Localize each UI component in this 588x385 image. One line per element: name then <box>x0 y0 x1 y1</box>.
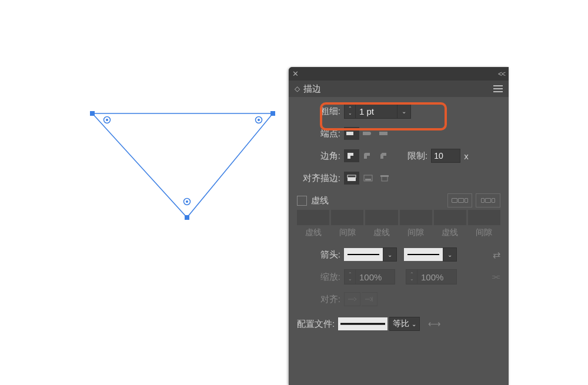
align-center-button[interactable] <box>344 172 359 185</box>
align-inside-button[interactable] <box>360 172 376 185</box>
scale-start-input[interactable]: 100% <box>356 269 395 284</box>
svg-rect-15 <box>380 175 389 177</box>
anchor-indicator <box>184 199 191 205</box>
svg-point-3 <box>258 119 260 121</box>
cap-row: 端点: <box>297 125 500 142</box>
arrow-align-tip-button[interactable] <box>362 292 377 306</box>
svg-rect-9 <box>379 132 387 135</box>
svg-rect-8 <box>363 132 369 135</box>
panel-title: 描边 <box>303 83 321 95</box>
dashed-label: 虚线 <box>311 195 329 206</box>
cap-project-button[interactable] <box>377 127 392 140</box>
scale-label: 缩放: <box>297 272 340 283</box>
corner-miter-button[interactable] <box>344 149 359 162</box>
arrow-end-preview[interactable] <box>404 248 443 261</box>
triangle-path[interactable] <box>92 113 273 217</box>
anchor-indicator <box>256 117 262 123</box>
limit-unit: x <box>464 151 469 161</box>
arrow-align-extend-button[interactable] <box>344 292 360 306</box>
scale-start-stepper[interactable]: ⌃⌄ <box>344 269 356 284</box>
profile-label: 配置文件: <box>297 319 335 330</box>
close-icon[interactable]: ✕ <box>292 70 300 78</box>
link-scale-icon[interactable]: ⫘ <box>491 272 500 282</box>
svg-rect-10 <box>348 178 356 181</box>
panel-title-bar: ◇ 描边 <box>289 81 509 97</box>
svg-rect-7 <box>353 132 355 135</box>
corner-label: 边角: <box>297 150 340 162</box>
arrow-start-preview[interactable] <box>344 248 383 261</box>
dashed-checkbox[interactable] <box>297 196 307 206</box>
svg-point-1 <box>106 119 108 121</box>
weight-input[interactable]: 1 pt <box>356 103 397 119</box>
stroke-panel: ✕ << ◇ 描边 粗细: ⌃⌄ 1 pt ⌄ 端点: <box>289 67 509 385</box>
profile-dropdown[interactable]: 等比 ⌄ <box>389 317 420 331</box>
collapse-icon[interactable]: << <box>498 70 505 78</box>
arrow-start-dropdown[interactable]: ⌄ <box>383 247 397 262</box>
selection-handle[interactable] <box>270 111 275 116</box>
panel-header: ✕ << <box>289 67 509 81</box>
expand-toggle-icon[interactable]: ◇ <box>295 85 300 93</box>
dash-inputs <box>297 210 500 225</box>
panel-menu-icon[interactable] <box>493 85 503 92</box>
align-stroke-row: 对齐描边: <box>297 170 500 186</box>
align-outside-button[interactable] <box>377 172 392 185</box>
dashed-row: 虚线 <box>297 193 500 207</box>
limit-label: 限制: <box>407 150 427 162</box>
arrow-end-dropdown[interactable]: ⌄ <box>443 247 457 262</box>
arrows-label: 箭头: <box>297 249 340 260</box>
selection-handle[interactable] <box>90 111 95 116</box>
scale-row: 缩放: ⌃⌄ 100% ⌃⌄ 100% ⫘ <box>297 269 500 285</box>
dash-input[interactable] <box>434 210 466 225</box>
dash-column-labels: 虚线 间隙 虚线 间隙 虚线 间隙 <box>297 227 500 238</box>
profile-row: 配置文件: 等比 ⌄ ⟷ <box>297 316 500 332</box>
dash-align-corners-button[interactable] <box>476 193 500 207</box>
weight-dropdown[interactable]: ⌄ <box>397 103 411 119</box>
corner-round-button[interactable] <box>360 149 376 162</box>
cap-butt-button[interactable] <box>344 127 359 140</box>
dash-input[interactable] <box>297 210 329 225</box>
corner-row: 边角: 限制: 10 x <box>297 148 500 164</box>
svg-rect-6 <box>346 132 353 135</box>
scale-end-input[interactable]: 100% <box>417 269 457 284</box>
gap-input[interactable] <box>331 210 363 225</box>
gap-input[interactable] <box>400 210 432 225</box>
selection-handle[interactable] <box>185 215 189 220</box>
svg-rect-14 <box>382 176 387 181</box>
flip-profile-horiz-icon[interactable]: ⟷ <box>427 317 442 330</box>
dash-preserve-exact-button[interactable] <box>447 193 472 207</box>
gap-input[interactable] <box>468 210 500 225</box>
dash-input[interactable] <box>365 210 397 225</box>
limit-input[interactable]: 10 <box>431 149 460 163</box>
cap-label: 端点: <box>297 128 340 139</box>
svg-rect-13 <box>365 179 371 180</box>
swap-arrows-icon[interactable]: ⇄ <box>493 249 500 260</box>
arrow-align-label: 对齐: <box>297 294 340 305</box>
weight-label: 粗细: <box>297 106 340 117</box>
profile-preview[interactable] <box>338 317 387 330</box>
anchor-indicator <box>104 117 111 123</box>
cap-round-button[interactable] <box>360 127 376 140</box>
weight-stepper[interactable]: ⌃⌄ <box>344 103 356 119</box>
scale-end-stepper[interactable]: ⌃⌄ <box>406 269 417 284</box>
arrow-align-row: 对齐: <box>297 291 500 307</box>
svg-rect-11 <box>348 175 356 178</box>
weight-row: 粗细: ⌃⌄ 1 pt ⌄ <box>297 103 500 119</box>
svg-point-5 <box>186 200 188 203</box>
arrows-row: 箭头: ⌄ ⌄ ⇄ <box>297 246 500 263</box>
align-stroke-label: 对齐描边: <box>297 173 340 184</box>
corner-bevel-button[interactable] <box>377 149 392 162</box>
